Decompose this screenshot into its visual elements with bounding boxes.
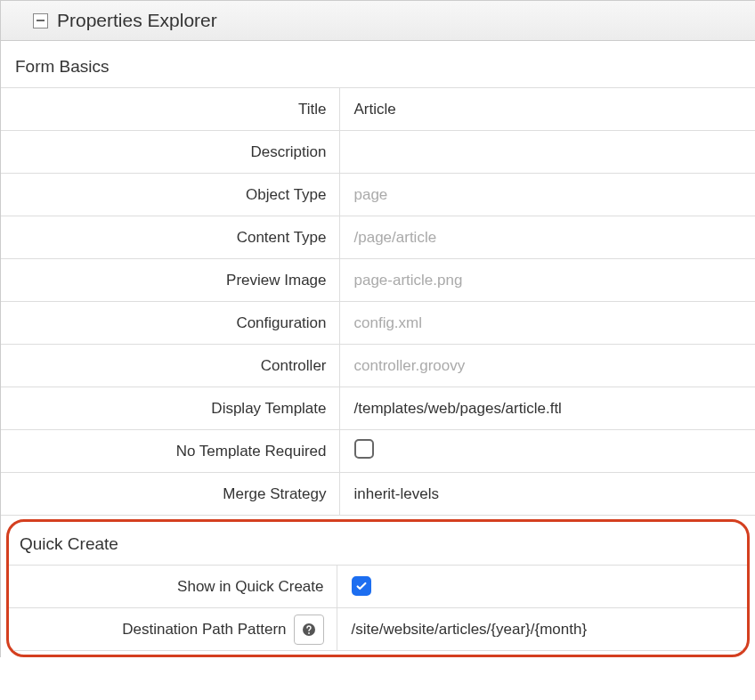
panel-header: Properties Explorer [1,1,755,41]
row-destination-path-pattern: Destination Path Pattern /site/website/a… [9,608,747,651]
section-title-form-basics: Form Basics [1,41,755,87]
value-title[interactable]: Article [354,101,396,118]
value-content-type: /page/article [354,229,437,246]
label-preview-image: Preview Image [1,259,339,302]
row-controller: Controller controller.groovy [1,345,755,387]
quick-create-table: Show in Quick Create Destination Path Pa… [9,565,747,651]
row-title: Title Article [1,88,755,131]
row-preview-image: Preview Image page-article.png [1,259,755,302]
row-content-type: Content Type /page/article [1,216,755,259]
label-show-in-quick-create: Show in Quick Create [9,566,337,608]
question-circle-icon [302,623,316,637]
value-controller: controller.groovy [354,357,466,374]
check-icon [355,580,368,592]
row-object-type: Object Type page [1,174,755,216]
label-title: Title [1,88,339,131]
row-display-template: Display Template /templates/web/pages/ar… [1,387,755,430]
help-button-destination-path[interactable] [294,615,324,645]
row-merge-strategy: Merge Strategy inherit-levels [1,473,755,516]
value-configuration: config.xml [354,314,423,331]
row-configuration: Configuration config.xml [1,302,755,345]
label-description: Description [1,131,339,174]
label-display-template: Display Template [1,387,339,430]
row-description: Description [1,131,755,174]
label-no-template-required: No Template Required [1,430,339,473]
value-display-template[interactable]: /templates/web/pages/article.ftl [354,400,562,417]
value-destination-path-pattern[interactable]: /site/website/articles/{year}/{month} [352,621,588,638]
properties-explorer-panel: Properties Explorer Form Basics Title Ar… [0,0,755,657]
quick-create-highlight: Quick Create Show in Quick Create Destin… [6,519,750,657]
checkbox-show-in-quick-create[interactable] [352,576,371,596]
value-merge-strategy[interactable]: inherit-levels [354,485,439,502]
form-basics-table: Title Article Description Object Type pa… [1,87,755,516]
row-show-in-quick-create: Show in Quick Create [9,566,747,608]
collapse-toggle[interactable] [33,13,48,28]
section-title-quick-create: Quick Create [9,522,747,565]
svg-point-1 [308,632,310,634]
minus-icon [37,20,45,21]
value-preview-image: page-article.png [354,272,463,289]
label-content-type: Content Type [1,216,339,259]
label-destination-path-pattern: Destination Path Pattern [122,621,286,639]
label-controller: Controller [1,345,339,387]
row-no-template-required: No Template Required [1,430,755,473]
label-object-type: Object Type [1,174,339,216]
panel-title: Properties Explorer [57,10,217,31]
label-configuration: Configuration [1,302,339,345]
value-object-type: page [354,186,388,203]
checkbox-no-template-required[interactable] [354,439,374,459]
label-merge-strategy: Merge Strategy [1,473,339,516]
